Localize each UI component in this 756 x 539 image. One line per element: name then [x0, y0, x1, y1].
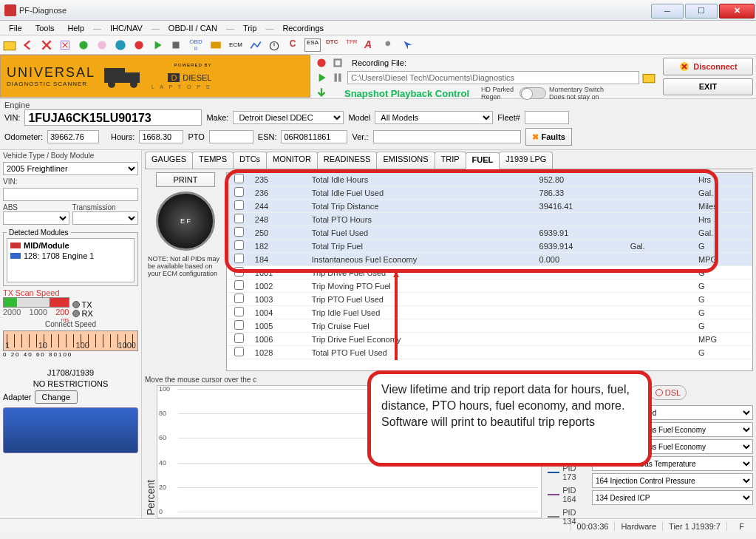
tab-temps[interactable]: TEMPS: [192, 152, 234, 169]
tab-monitor[interactable]: MONITOR: [266, 152, 318, 169]
rec-stop-icon[interactable]: [331, 56, 344, 70]
tool-wrench-icon[interactable]: [383, 38, 396, 52]
table-row[interactable]: 1002Trip Moving PTO FuelG: [227, 279, 752, 293]
make-select[interactable]: Detroit Diesel DDEC: [233, 111, 344, 124]
maximize-button[interactable]: [685, 4, 718, 18]
window-titlebar: PF-Diagnose: [0, 0, 756, 21]
momentary-label: Momentary Switch Does not stay on: [549, 86, 616, 101]
tool-esa-icon[interactable]: ESA: [304, 38, 321, 52]
table-row[interactable]: 1028Total PTO Fuel UsedG: [227, 346, 752, 359]
tab-trip[interactable]: TRIP: [435, 152, 466, 169]
table-row[interactable]: 235Total Idle Hours952.80Hrs: [227, 173, 752, 186]
change-adapter-button[interactable]: Change: [35, 390, 78, 404]
tool-record-icon[interactable]: [132, 38, 146, 52]
table-row[interactable]: 1005Trip Cruise FuelG: [227, 319, 752, 333]
tool-tfr-icon[interactable]: TFR: [346, 38, 359, 52]
table-row[interactable]: 236Total Idle Fuel Used786.33Gal.: [227, 186, 752, 200]
tool-clear-icon[interactable]: [58, 38, 72, 52]
tab-fuel[interactable]: FUEL: [466, 152, 500, 169]
disconnect-button[interactable]: Disconnect: [663, 58, 753, 75]
menu-ihcnav[interactable]: IHC/NAV: [104, 22, 149, 34]
odometer-label: Odometer:: [4, 132, 43, 141]
svg-rect-7: [211, 41, 221, 48]
tool-hd-icon[interactable]: [209, 38, 222, 52]
tool-ecm-icon[interactable]: ECM: [228, 38, 244, 52]
tool-play-icon[interactable]: [151, 38, 164, 52]
tool-stop-icon[interactable]: [169, 38, 183, 52]
abs-select[interactable]: [3, 211, 69, 225]
rec-play-icon[interactable]: [315, 71, 328, 84]
table-row[interactable]: 184Instantaneous Fuel Economy0.000MPG: [227, 253, 752, 266]
pid-note: NOTE: Not all PIDs may be available base…: [145, 255, 226, 277]
svg-point-4: [115, 40, 126, 50]
tool-pink-icon[interactable]: [95, 38, 109, 52]
trans-select[interactable]: [72, 211, 139, 225]
tool-nav-icon[interactable]: [401, 38, 415, 52]
svg-rect-14: [335, 60, 341, 67]
vehicle-select[interactable]: 2005 Freightliner: [3, 162, 138, 175]
banner-subtitle: DIAGNOSTIC SCANNER: [7, 81, 95, 87]
table-row[interactable]: 248Total PTO HoursHrs: [227, 213, 752, 226]
rec-pause-icon[interactable]: [331, 71, 344, 84]
close-button[interactable]: [719, 4, 755, 18]
tab-readiness[interactable]: READINESS: [317, 152, 378, 169]
cs-nums2: 0 20 40 60 80100: [3, 351, 138, 358]
tool-c-icon[interactable]: C: [286, 38, 299, 52]
dsl-toggle[interactable]: DSL: [650, 385, 687, 400]
menu-trip[interactable]: Trip: [237, 22, 263, 34]
rec-record-icon[interactable]: [315, 56, 328, 70]
minimize-button[interactable]: [651, 4, 684, 18]
status-tier: Tier 1 J1939:7: [662, 522, 726, 531]
menu-help[interactable]: Help: [61, 22, 90, 34]
esn-label: ESN:: [258, 132, 277, 141]
recording-path-input[interactable]: [347, 71, 639, 84]
tool-x-icon[interactable]: [40, 38, 53, 52]
recording-file-label: Recording File:: [352, 58, 406, 67]
menu-tools[interactable]: Tools: [30, 22, 61, 34]
menu-recordings[interactable]: Recordings: [276, 22, 330, 34]
tool-obd-icon[interactable]: OBDII: [188, 38, 204, 52]
menu-file[interactable]: File: [3, 22, 28, 34]
table-row[interactable]: 182Total Trip Fuel6939.914Gal.G: [227, 240, 752, 253]
folder-open-icon[interactable]: [642, 71, 655, 84]
ver-value: [373, 130, 521, 143]
tab-j1939lpg[interactable]: J1939 LPG: [499, 152, 553, 169]
tab-emissions[interactable]: EMISSIONS: [376, 152, 435, 169]
model-select[interactable]: All Models: [375, 111, 493, 124]
table-row[interactable]: 1001Trip Drive Fuel UsedG: [227, 266, 752, 279]
table-row[interactable]: 244Total Trip Distance39416.41Miles: [227, 200, 752, 213]
tool-dtc-icon[interactable]: DTC: [326, 38, 341, 52]
hd-parked-toggle[interactable]: [520, 87, 546, 99]
tool-folder-icon[interactable]: [3, 38, 16, 52]
faults-button[interactable]: ✖Faults: [525, 128, 572, 146]
left-vin-input[interactable]: [3, 188, 138, 201]
protocol-label: J1708/J1939: [3, 368, 138, 377]
tool-timer-icon[interactable]: [268, 38, 281, 52]
pid-select-5[interactable]: 164 Injection Control Pressure: [592, 473, 753, 488]
table-row[interactable]: 1003Trip PTO Fuel UsedG: [227, 293, 752, 306]
download-icon[interactable]: [315, 87, 328, 100]
table-row[interactable]: 250Total Fuel Used 6939.91Gal.: [227, 226, 752, 240]
menu-bar: File Tools Help — IHC/NAV — OBD-II / CAN…: [0, 21, 756, 35]
exit-button[interactable]: EXIT: [663, 78, 753, 96]
module-row[interactable]: 128: 1708 Engine 1: [9, 251, 132, 261]
print-button[interactable]: PRINT: [156, 172, 215, 187]
fuel-data-grid[interactable]: 235Total Idle Hours952.80Hrs236Total Idl…: [226, 172, 753, 371]
menu-obd[interactable]: OBD-II / CAN: [163, 22, 223, 34]
product-banner: UNIVERSAL DIAGNOSTIC SCANNER POWERED BY …: [0, 55, 310, 98]
tool-green-icon[interactable]: [77, 38, 90, 52]
fleet-input[interactable]: [525, 111, 569, 124]
tool-gauge-icon[interactable]: [114, 38, 127, 52]
tool-chart-icon[interactable]: [249, 38, 262, 52]
disconnect-icon: [678, 61, 693, 72]
table-row[interactable]: 1006Trip Drive Fuel EconomyMPG: [227, 333, 752, 346]
tab-gauges[interactable]: GAUGES: [145, 152, 193, 169]
left-vin-label: VIN:: [3, 177, 138, 186]
svg-rect-20: [10, 253, 21, 259]
tool-a-icon[interactable]: A: [364, 38, 378, 52]
pid-select-6[interactable]: 134 Desired ICP: [592, 490, 753, 505]
left-trans-label: Transmission: [72, 203, 139, 211]
tab-dtcs[interactable]: DTCs: [233, 152, 267, 169]
table-row[interactable]: 1004Trip Idle Fuel UsedG: [227, 306, 752, 319]
tool-back-icon[interactable]: [21, 38, 35, 52]
